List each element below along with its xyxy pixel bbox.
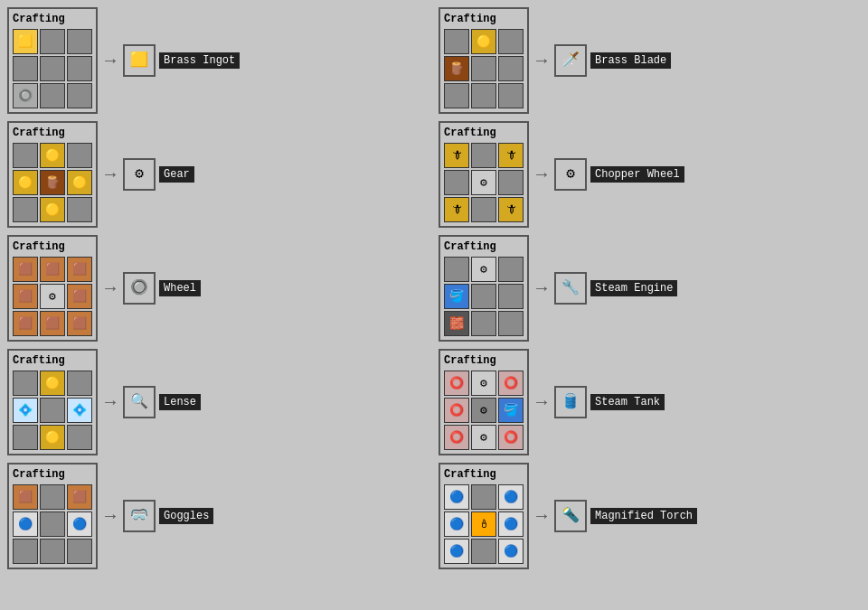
grid-cell: 🧱 — [444, 311, 469, 336]
result-label: Wheel — [159, 280, 201, 296]
result-label: Steam Tank — [590, 394, 665, 410]
grid-cell: 🟡 — [40, 425, 65, 450]
result-box: 🟨 — [123, 44, 156, 77]
grid-cell: 🟡 — [40, 197, 65, 222]
grid-cell — [67, 143, 92, 168]
grid-cell: ⭕ — [444, 371, 469, 396]
crafting-label: Crafting — [13, 468, 92, 481]
arrow-icon: → — [105, 278, 116, 299]
grid-cell: ⚙ — [40, 284, 65, 309]
grid-cell — [40, 511, 65, 537]
result-icon: ⚙️ — [566, 167, 575, 182]
crafting-panel: Crafting 🟡 💠 💠 🟡 — [7, 349, 98, 455]
grid-cell — [40, 539, 65, 564]
grid-cell — [13, 371, 38, 396]
result-icon: 🔘 — [130, 281, 148, 296]
grid-cell: 🟫 — [13, 484, 38, 510]
recipe-row: Crafting 🔵 🔵 🔵 🕯 🔵 🔵 🔵 — [439, 463, 861, 569]
crafting-panel: Crafting 🟫 🟫 🔵 🔵 — [7, 463, 98, 569]
result-label: Goggles — [159, 508, 213, 524]
grid-cell — [67, 539, 92, 564]
grid-cell: 🟫 — [40, 257, 65, 282]
arrow-icon: → — [105, 392, 116, 413]
recipe-row: Crafting ⚙ 🪣 🧱 — [439, 235, 861, 342]
right-column: Crafting 🟡 🪵 → — [439, 7, 861, 603]
grid-cell — [471, 197, 496, 222]
crafting-panel: Crafting ⭕ ⚙ ⭕ ⭕ ⚙ 🪣 ⭕ ⚙ ⭕ — [439, 349, 529, 455]
result-icon: 🛢️ — [561, 395, 580, 409]
grid-cell — [471, 56, 496, 81]
crafting-label: Crafting — [13, 354, 92, 367]
grid-cell — [67, 29, 92, 54]
grid-cell: 🕯 — [471, 511, 496, 537]
grid-cell — [498, 170, 524, 195]
left-column: Crafting 🟨 🔘 → — [7, 7, 429, 603]
grid-cell — [444, 29, 469, 54]
result-icon: 🥽 — [130, 509, 148, 523]
crafting-label: Crafting — [13, 240, 92, 253]
grid-cell: 🟫 — [13, 311, 38, 336]
grid-cell: 🔵 — [444, 511, 469, 537]
grid-cell: ⭕ — [498, 425, 524, 450]
crafting-label: Crafting — [444, 468, 524, 481]
grid-cell: ⚙ — [471, 170, 496, 195]
recipe-row: Crafting 🟫 🟫 🟫 🟫 ⚙ 🟫 🟫 🟫 🟫 — [7, 235, 429, 342]
grid-cell — [40, 29, 65, 54]
grid-cell: 🗡 — [444, 197, 469, 222]
result-icon: 🔧 — [561, 281, 580, 296]
grid-cell: 🟫 — [13, 284, 38, 309]
grid-cell: 💠 — [13, 398, 38, 423]
grid-cell — [498, 56, 524, 81]
result-icon: 🔦 — [561, 509, 580, 523]
grid-cell: 🟨 — [13, 29, 38, 54]
result-label: Brass Ingot — [159, 52, 240, 69]
result-group: 🔧 Steam Engine — [554, 272, 677, 305]
grid-cell: 🪣 — [444, 284, 469, 309]
crafting-panel: Crafting 🟨 🔘 — [7, 7, 98, 114]
grid-cell: 🟡 — [67, 170, 92, 195]
grid-cell: 🪵 — [40, 170, 65, 195]
grid-cell — [471, 143, 496, 168]
grid-cell — [471, 484, 496, 510]
result-box: 🥽 — [123, 500, 156, 532]
grid-cell — [498, 311, 524, 336]
grid-cell: 🟫 — [67, 484, 92, 510]
recipe-row: Crafting ⭕ ⚙ ⭕ ⭕ ⚙ 🪣 ⭕ ⚙ ⭕ — [439, 349, 861, 455]
grid-cell: ⚙ — [471, 398, 496, 423]
result-group: 🛢️ Steam Tank — [554, 386, 665, 418]
grid-cell: ⭕ — [498, 371, 524, 396]
result-label: Steam Engine — [590, 280, 677, 296]
grid-cell — [471, 83, 496, 108]
recipe-row: Crafting 🟨 🔘 → — [7, 7, 429, 114]
grid-cell — [13, 539, 38, 564]
grid-cell: 💠 — [67, 398, 92, 423]
result-icon: 🟨 — [130, 53, 148, 68]
crafting-panel: Crafting 🟡 🪵 — [439, 7, 529, 114]
crafting-grid: 🟡 💠 💠 🟡 — [13, 371, 92, 450]
grid-cell: 🔵 — [444, 484, 469, 510]
grid-cell: ⚙ — [471, 371, 496, 396]
crafting-label: Crafting — [444, 127, 524, 139]
crafting-label: Crafting — [13, 127, 92, 139]
arrow-icon: → — [536, 506, 547, 527]
grid-cell — [67, 371, 92, 396]
crafting-panel: Crafting 🗡 🗡 ⚙ 🗡 🗡 — [439, 121, 529, 228]
recipe-row: Crafting 🟡 💠 💠 🟡 — [7, 349, 429, 455]
result-label: Brass Blade — [590, 52, 671, 69]
grid-cell: 🟡 — [40, 371, 65, 396]
recipe-row: Crafting 🟫 🟫 🔵 🔵 — [7, 463, 429, 569]
grid-cell: 🪣 — [498, 398, 524, 423]
grid-cell: 🪵 — [444, 56, 469, 81]
grid-cell: 🟫 — [40, 311, 65, 336]
grid-cell — [444, 170, 469, 195]
result-group: 🥽 Goggles — [123, 500, 213, 532]
crafting-grid: 🟡 🟡 🪵 🟡 🟡 — [13, 143, 92, 222]
grid-cell: 🔵 — [13, 511, 38, 537]
grid-cell: 🟫 — [67, 284, 92, 309]
crafting-grid: ⚙ 🪣 🧱 — [444, 257, 524, 336]
recipe-row: Crafting 🗡 🗡 ⚙ 🗡 🗡 — [439, 121, 861, 228]
crafting-label: Crafting — [13, 13, 92, 25]
result-icon: 🔍 — [130, 395, 148, 409]
arrow-icon: → — [536, 164, 547, 185]
result-icon: ⚙️ — [135, 167, 144, 182]
